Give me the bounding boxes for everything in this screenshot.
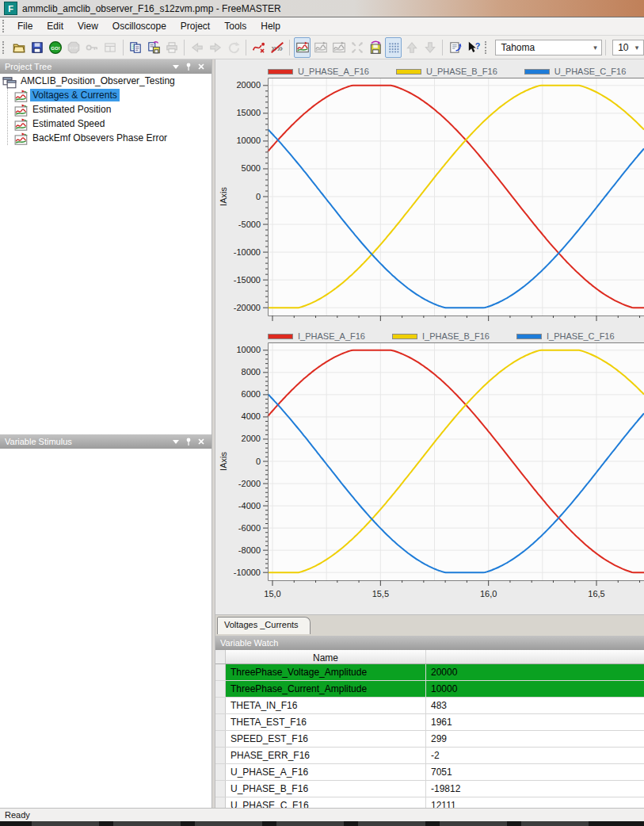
copy-icon[interactable] bbox=[127, 37, 143, 58]
menu-oscilloscope[interactable]: Oscilloscope bbox=[105, 18, 173, 34]
watch-row-threephase_current_amplitude[interactable]: ThreePhase_Current_Amplitude10000 bbox=[215, 681, 644, 698]
watch-row-u_phase_a_f16[interactable]: U_PHASE_A_F167051 bbox=[215, 764, 644, 781]
toolbar-separator bbox=[123, 40, 124, 55]
font-size-combo[interactable]: 10▾ bbox=[612, 40, 644, 55]
menu-view[interactable]: View bbox=[70, 18, 105, 34]
chevron-down-icon[interactable] bbox=[170, 436, 181, 447]
svg-text:0: 0 bbox=[256, 457, 261, 466]
row-selector[interactable] bbox=[215, 698, 226, 713]
variable-value[interactable]: 299 bbox=[426, 731, 644, 747]
current-chart[interactable]: I_PHASE_A_F16I_PHASE_B_F16I_PHASE_C_F16-… bbox=[215, 330, 644, 604]
stimulators-icon[interactable] bbox=[250, 37, 267, 58]
oscilloscope-run-icon[interactable] bbox=[294, 37, 311, 58]
grid-icon[interactable] bbox=[385, 37, 402, 58]
watch-column-value[interactable] bbox=[426, 650, 644, 663]
variable-value[interactable]: 10000 bbox=[426, 681, 644, 697]
open-project-icon[interactable] bbox=[10, 37, 27, 58]
legend-color-bar bbox=[392, 334, 417, 339]
svg-text:4000: 4000 bbox=[242, 411, 261, 421]
variable-watch-table: NameThreePhase_Voltage_Amplitude20000Thr… bbox=[215, 650, 644, 808]
row-selector[interactable] bbox=[215, 797, 226, 808]
variable-value[interactable]: 483 bbox=[426, 698, 644, 713]
menu-tools[interactable]: Tools bbox=[217, 18, 253, 34]
watch-row-u_phase_c_f16[interactable]: U_PHASE_C_F1612111 bbox=[215, 797, 644, 808]
pin-icon[interactable] bbox=[183, 436, 194, 447]
save-scope-data-icon[interactable] bbox=[367, 37, 383, 58]
save-project-icon[interactable] bbox=[29, 37, 45, 58]
chevron-down-icon[interactable]: ▾ bbox=[631, 40, 643, 55]
tree-item-backemf-obsevers-phase-error[interactable]: BackEmf Obsevers Phase Error bbox=[14, 131, 211, 145]
row-selector[interactable] bbox=[215, 764, 226, 780]
row-selector[interactable] bbox=[215, 714, 226, 730]
tree-item-voltages-currents[interactable]: Voltages & Currents bbox=[14, 88, 211, 102]
toolbar-grip[interactable] bbox=[2, 41, 6, 54]
watch-header-row: Name bbox=[215, 650, 644, 664]
variable-value[interactable]: 1961 bbox=[426, 714, 644, 730]
stop-communication-icon[interactable]: »» bbox=[269, 37, 285, 58]
menu-project[interactable]: Project bbox=[173, 18, 217, 34]
watch-row-u_phase_b_f16[interactable]: U_PHASE_B_F16-19812 bbox=[215, 781, 644, 797]
watch-row-speed_est_f16[interactable]: SPEED_EST_F16299 bbox=[215, 731, 644, 748]
variable-value[interactable]: 12111 bbox=[426, 797, 644, 808]
font-name-combo[interactable]: Tahoma▾ bbox=[495, 40, 602, 55]
oscilloscope-area[interactable]: U_PHASE_A_F16U_PHASE_B_F16U_PHASE_C_F16-… bbox=[215, 59, 644, 614]
voltage-chart[interactable]: U_PHASE_A_F16U_PHASE_B_F16U_PHASE_C_F16-… bbox=[215, 65, 644, 323]
close-icon[interactable] bbox=[196, 61, 207, 72]
watch-row-threephase_voltage_amplitude[interactable]: ThreePhase_Voltage_Amplitude20000 bbox=[215, 664, 644, 681]
stop-icon: STOP bbox=[65, 37, 82, 58]
watch-row-phase_err_f16[interactable]: PHASE_ERR_F16-2 bbox=[215, 748, 644, 764]
svg-text:IAxis: IAxis bbox=[219, 452, 228, 471]
svg-text:10000: 10000 bbox=[236, 136, 261, 145]
watch-row-theta_in_f16[interactable]: THETA_IN_F16483 bbox=[215, 698, 644, 714]
variable-value[interactable]: -2 bbox=[426, 748, 644, 763]
left-dock: Project Tree AMCLIB_Position_Observer_Te… bbox=[0, 59, 212, 808]
variable-value[interactable]: -19812 bbox=[426, 781, 644, 797]
row-selector[interactable] bbox=[215, 681, 226, 697]
svg-text:IAxis: IAxis bbox=[219, 187, 228, 206]
tree-item-estimated-speed[interactable]: Estimated Speed bbox=[14, 117, 211, 131]
chart-plot[interactable]: -10000-8000-6000-4000-200002000400060008… bbox=[215, 342, 644, 604]
row-selector[interactable] bbox=[215, 748, 226, 763]
pin-icon[interactable] bbox=[183, 61, 194, 72]
legend-color-bar bbox=[268, 69, 293, 75]
watch-column-name[interactable]: Name bbox=[226, 650, 426, 663]
svg-text:15000: 15000 bbox=[236, 108, 261, 117]
row-selector[interactable] bbox=[215, 731, 226, 747]
legend-label: I_PHASE_C_F16 bbox=[547, 331, 615, 341]
svg-text:-10000: -10000 bbox=[234, 568, 261, 577]
go-icon[interactable]: GO! bbox=[47, 37, 63, 58]
context-help-icon[interactable]: ? bbox=[465, 37, 482, 58]
project-tree-header: Project Tree bbox=[0, 59, 211, 74]
window-split-icon bbox=[102, 37, 119, 58]
tree-item-estimated-position[interactable]: Estimated Position bbox=[14, 102, 211, 117]
tab-voltages-currents[interactable]: Voltages _Currents bbox=[217, 617, 311, 634]
close-icon[interactable] bbox=[196, 436, 207, 447]
menu-help[interactable]: Help bbox=[253, 18, 288, 34]
copy-to-file-icon[interactable] bbox=[145, 37, 162, 58]
chart-plot[interactable]: -20000-15000-10000-500005000100001500020… bbox=[215, 78, 644, 323]
chevron-down-icon[interactable] bbox=[170, 61, 181, 72]
menu-file[interactable]: File bbox=[10, 18, 40, 34]
row-selector[interactable] bbox=[215, 781, 226, 797]
legend-label: U_PHASE_A_F16 bbox=[298, 67, 369, 76]
variable-value[interactable]: 7051 bbox=[426, 764, 644, 780]
svg-text:15,5: 15,5 bbox=[372, 589, 389, 598]
row-selector[interactable] bbox=[215, 664, 226, 680]
status-bar: Ready bbox=[0, 808, 644, 821]
toolbar-grip[interactable] bbox=[485, 41, 488, 54]
tree-root[interactable]: AMCLIB_Position_Observer_Testing bbox=[0, 74, 211, 88]
svg-text:-8000: -8000 bbox=[238, 545, 261, 555]
legend-color-bar bbox=[396, 69, 421, 75]
svg-text:0: 0 bbox=[256, 192, 261, 201]
window-title: ammclib_amclib_observer_F16_s12zvm.pmp -… bbox=[22, 3, 281, 14]
taskbar-strip bbox=[0, 821, 644, 826]
menu-edit[interactable]: Edit bbox=[40, 18, 70, 34]
menu-grip[interactable] bbox=[2, 20, 6, 33]
properties-icon[interactable] bbox=[447, 37, 463, 58]
variable-name: ThreePhase_Current_Amplitude bbox=[226, 681, 426, 697]
status-text: Ready bbox=[5, 810, 30, 820]
watch-row-theta_est_f16[interactable]: THETA_EST_F161961 bbox=[215, 714, 644, 731]
chevron-down-icon[interactable]: ▾ bbox=[589, 40, 601, 55]
svg-text:6000: 6000 bbox=[242, 389, 261, 399]
variable-value[interactable]: 20000 bbox=[426, 664, 644, 680]
